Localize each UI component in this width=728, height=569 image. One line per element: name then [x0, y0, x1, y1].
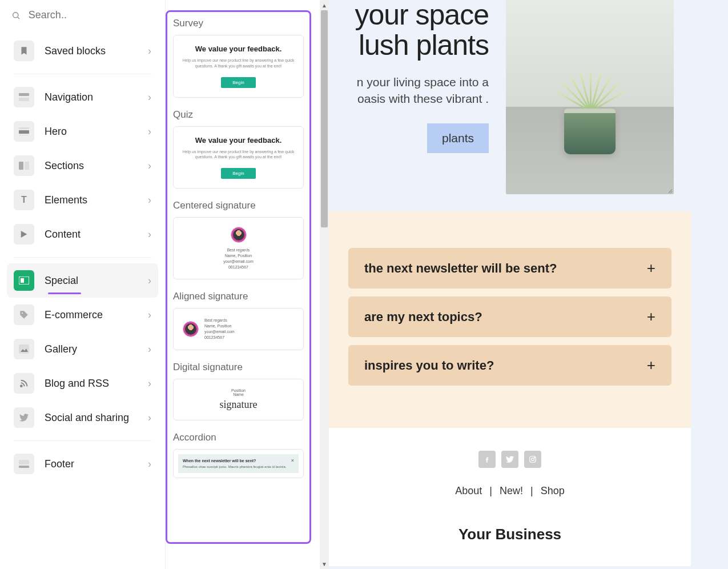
footer-link-about[interactable]: About [455, 485, 482, 496]
block-accordion[interactable]: Accordion × When the next newsletter wil… [173, 432, 304, 478]
footer-links: About | New! | Shop [329, 485, 691, 497]
resize-handle[interactable] [666, 186, 673, 193]
category-elements[interactable]: T Elements › [7, 183, 158, 217]
category-content[interactable]: Content › [7, 217, 158, 251]
hero-icon [14, 121, 34, 142]
close-icon: × [291, 458, 294, 463]
faq-row[interactable]: the next newsletter will be sent? + [348, 248, 671, 288]
block-preview: We value your feedback. Help us improve … [173, 35, 304, 98]
category-social[interactable]: Social and sharing › [7, 400, 158, 435]
hero-section: your space lush plants n your living spa… [329, 0, 691, 211]
block-title: Digital signature [173, 362, 304, 373]
tag-icon [14, 304, 34, 325]
footer-link-new[interactable]: New! [500, 485, 523, 496]
block-preview: Best regards Name, Position your@email.c… [173, 217, 304, 279]
category-navigation[interactable]: Navigation › [7, 80, 158, 114]
svg-line-1 [18, 17, 19, 18]
footer-icon [14, 454, 34, 474]
plus-icon: + [647, 259, 655, 277]
category-label: E-commerce [45, 309, 138, 321]
chevron-right-icon: › [148, 412, 151, 424]
twitter-icon [14, 407, 34, 428]
elements-icon: T [14, 190, 34, 210]
block-title: Centered signature [173, 200, 304, 211]
scroll-down-icon[interactable]: ▼ [320, 559, 329, 569]
canvas[interactable]: your space lush plants n your living spa… [329, 0, 728, 569]
hero-button[interactable]: plants [427, 123, 489, 153]
accordion-section: the next newsletter will be sent? + are … [329, 211, 691, 428]
faq-row[interactable]: inspires you to write? + [348, 345, 671, 386]
faq-row[interactable]: are my next topics? + [348, 296, 671, 337]
category-hero[interactable]: Hero › [7, 114, 158, 149]
category-label: Content [45, 229, 138, 241]
svg-rect-14 [19, 460, 29, 464]
svg-point-11 [22, 312, 23, 314]
svg-rect-5 [19, 130, 29, 134]
category-ecommerce[interactable]: E-commerce › [7, 298, 158, 332]
sidebar: Saved blocks › Navigation › Hero › Secti… [0, 0, 166, 569]
faq-question: inspires you to write? [364, 358, 494, 373]
twitter-icon[interactable] [501, 451, 518, 468]
plus-icon: + [647, 308, 655, 326]
content-icon [14, 224, 34, 245]
svg-point-0 [13, 12, 18, 17]
category-label: Footer [45, 458, 138, 470]
category-special[interactable]: Special › [7, 263, 158, 298]
divider [14, 440, 151, 441]
faq-question: the next newsletter will be sent? [364, 261, 557, 276]
category-label: Elements [45, 194, 138, 206]
block-survey[interactable]: Survey We value your feedback. Help us i… [173, 18, 304, 98]
scroll-thumb[interactable] [321, 10, 328, 227]
block-title: Survey [173, 18, 304, 29]
svg-rect-4 [19, 127, 29, 129]
preview-sub: Help us improve our new product line by … [179, 149, 297, 161]
blocks-panel[interactable]: Survey We value your feedback. Help us i… [166, 10, 311, 544]
search-input[interactable] [29, 9, 154, 21]
category-label: Sections [45, 160, 138, 172]
divider [14, 74, 151, 74]
scroll-up-icon[interactable]: ▲ [320, 0, 329, 10]
category-label: Navigation [45, 91, 138, 103]
category-saved-blocks[interactable]: Saved blocks › [7, 34, 158, 68]
chevron-right-icon: › [148, 91, 151, 103]
block-aligned-signature[interactable]: Aligned signature Best regards Name, Pos… [173, 291, 304, 350]
chevron-right-icon: › [148, 275, 151, 287]
hero-title: your space lush plants [329, 0, 489, 60]
preview-button: Begin [221, 168, 255, 179]
category-footer[interactable]: Footer › [7, 447, 158, 481]
footer-section: About | New! | Shop Your Business [329, 428, 691, 566]
bookmark-icon [14, 41, 34, 61]
footer-link-shop[interactable]: Shop [541, 485, 565, 496]
block-preview: Position Name signature [173, 379, 304, 420]
category-gallery[interactable]: Gallery › [7, 332, 158, 366]
scrollbar[interactable]: ▲ ▼ [320, 0, 329, 569]
facebook-icon[interactable] [478, 451, 496, 468]
category-sections[interactable]: Sections › [7, 149, 158, 183]
category-label: Gallery [45, 343, 138, 355]
instagram-icon[interactable] [524, 451, 541, 468]
avatar [231, 227, 247, 243]
chevron-right-icon: › [148, 45, 151, 57]
block-digital-signature[interactable]: Digital signature Position Name signatur… [173, 362, 304, 420]
chevron-right-icon: › [148, 378, 151, 390]
svg-point-13 [21, 385, 22, 387]
preview-heading: We value your feedback. [179, 45, 297, 53]
svg-point-17 [532, 458, 534, 461]
sections-icon [14, 155, 34, 176]
category-blog[interactable]: Blog and RSS › [7, 366, 158, 400]
block-centered-signature[interactable]: Centered signature Best regards Name, Po… [173, 200, 304, 279]
block-preview: × When the next newsletter will be sent?… [173, 449, 304, 478]
hero-image[interactable] [506, 0, 674, 194]
block-title: Quiz [173, 109, 304, 121]
svg-rect-12 [19, 344, 29, 354]
block-quiz[interactable]: Quiz We value your feedback. Help us imp… [173, 109, 304, 189]
svg-rect-6 [19, 135, 29, 135]
image-icon [14, 339, 34, 359]
hero-description: n your living space into a oasis with th… [329, 74, 489, 107]
block-preview: We value your feedback. Help us improve … [173, 126, 304, 189]
faq-question: are my next topics? [364, 310, 482, 324]
sig-text: Best regards Name, Position your@email.c… [204, 318, 235, 340]
rss-icon [14, 373, 34, 394]
svg-rect-2 [19, 93, 29, 96]
category-label: Saved blocks [45, 45, 138, 57]
